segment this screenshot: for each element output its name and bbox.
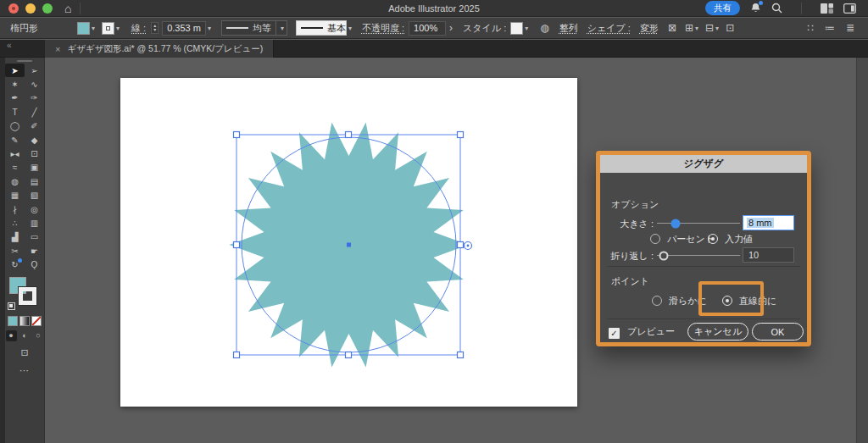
close-window-button[interactable] [8,3,19,14]
stroke-color-swatch[interactable] [102,22,114,35]
zoom-window-button[interactable] [42,3,53,14]
perspective-grid-tool[interactable]: ▤ [25,174,44,188]
artboard-tool[interactable]: ▭ [25,230,44,244]
none-button[interactable] [31,316,42,326]
ok-button[interactable]: OK [752,323,804,341]
default-fill-stroke-icon[interactable] [8,302,15,310]
cancel-button[interactable]: キャンセル [687,323,748,341]
selection-handle[interactable] [458,132,464,138]
align-objects-icon[interactable]: ⊞ [685,23,693,33]
opacity-more-icon[interactable]: › [449,23,453,33]
home-icon[interactable]: ⌂ [64,3,71,14]
hand-tool[interactable]: ☛ [25,244,44,257]
rotate-tool[interactable]: ▸◂ [5,147,25,160]
scale-tool[interactable]: ⊡ [25,147,44,160]
fill-dropdown-chevron-icon[interactable]: ▾ [92,25,95,32]
size-slider[interactable] [657,223,740,224]
absolute-radio-icon[interactable] [708,234,718,244]
gradient-tool[interactable]: ▧ [25,189,44,202]
transform-link[interactable]: 変形 [640,22,659,35]
style-swatch[interactable] [510,22,523,35]
panel-options-icon[interactable]: ≔ [825,23,835,33]
stroke-dropdown-chevron-icon[interactable]: ▾ [116,25,120,32]
notifications-bell-icon[interactable] [750,3,761,14]
pen-tool[interactable]: ✒ [5,91,25,105]
stroke-color-indicator[interactable] [19,287,36,305]
symbol-sprayer-tool[interactable]: ∴ [5,216,25,230]
blend-tool[interactable]: ◎ [25,202,44,216]
style-chevron-icon[interactable]: ▾ [525,25,528,32]
drawing-mode-1[interactable]: ◐ [19,330,31,341]
stroke-weight-value[interactable]: 0.353 m [162,21,206,36]
curvature-tool[interactable]: ✑ [25,91,44,105]
brush-chevron-icon[interactable]: ▾ [348,25,352,32]
eraser-tool[interactable]: ◆ [25,133,44,147]
workspace-switcher-icon[interactable] [821,3,833,14]
close-tab-icon[interactable]: × [55,44,60,54]
type-tool[interactable]: T [5,105,25,119]
shaper-tool[interactable]: ✎ [5,133,25,147]
collapse-panel-icon[interactable]: « [7,41,12,50]
canvas-pasteboard[interactable]: ジグザグ オプション 大きさ : 8 mm パーセント 入力値 [46,58,868,443]
fill-color-swatch[interactable] [77,22,90,35]
selection-handle[interactable] [346,352,352,358]
distribute-objects-icon[interactable]: ⊟ [705,23,714,33]
panel-grip[interactable] [17,60,32,62]
isolate-object-icon[interactable]: ⊡ [726,23,734,33]
selection-handle[interactable] [346,132,352,138]
selection-handle[interactable] [458,352,464,358]
free-transform-icon[interactable]: ⊠ [668,23,676,33]
minimize-window-button[interactable] [25,3,36,14]
opacity-label[interactable]: 不透明度 : [362,22,404,35]
dialog-title[interactable]: ジグザグ [600,155,807,173]
share-button[interactable]: 共有 [705,1,740,15]
selection-handle[interactable] [234,132,240,138]
document-tab[interactable]: × ギザギザ図形.ai* @ 51.77 % (CMYK/プレビュー) [45,40,274,58]
width-profile-dropdown[interactable]: 均等 ▾ [221,20,287,36]
line-segment-tool[interactable]: ╱ [25,105,44,119]
opacity-value[interactable]: 100% [409,21,446,36]
menu-list-icon[interactable]: ≣ [846,23,854,33]
selection-handle[interactable] [458,242,464,248]
lasso-tool[interactable]: ∿ [25,77,44,91]
column-graph-tool[interactable]: ▟ [5,230,25,244]
align-link[interactable]: 整列 [559,22,578,35]
panel-toggle-icon[interactable] [843,3,856,14]
paintbrush-tool[interactable]: ✐ [25,119,44,133]
align-objects-chevron-icon[interactable]: ▾ [695,25,698,32]
document-arrangement-icon[interactable]: ∷ [807,23,814,33]
percent-radio[interactable]: パーセント [650,233,715,246]
scrollbar-track[interactable] [856,58,868,443]
color-button[interactable] [8,316,18,326]
smooth-radio-icon[interactable] [652,296,662,306]
eyedropper-tool[interactable]: ∤ [5,202,25,216]
direct-selection-tool[interactable]: ➢ [25,64,44,77]
size-slider-knob[interactable] [670,219,680,228]
ridges-input[interactable]: 10 [743,247,794,263]
search-icon[interactable] [771,3,782,14]
graph-tool[interactable]: ▥ [25,216,44,230]
shape-link[interactable]: シェイプ : [587,22,631,35]
mesh-tool[interactable]: ▦ [5,189,25,202]
zoom-tool[interactable]: Ǫ [25,257,44,271]
ridges-slider-knob[interactable] [659,251,668,260]
screen-mode-icon[interactable]: ⊡ [5,347,44,358]
size-input[interactable]: 8 mm [743,215,794,230]
shape-builder-tool[interactable]: ◍ [5,174,25,188]
stroke-weight-chevron-icon[interactable]: ▾ [208,25,211,32]
selection-tool[interactable]: ➤ [5,64,25,77]
document-setup-globe-icon[interactable]: ◍ [540,23,548,33]
selection-handle[interactable] [234,352,240,358]
ridges-slider[interactable] [657,255,740,256]
brush-definition-dropdown[interactable]: 基本 [296,20,347,36]
rotate-view-tool[interactable]: ↻ [5,257,25,271]
shape-center-point[interactable] [347,243,351,247]
artboard[interactable] [120,78,577,407]
ellipse-tool[interactable]: ◯ [5,119,25,133]
free-transform-tool[interactable]: ▣ [25,161,44,174]
drawing-mode-0[interactable]: ● [6,330,17,341]
preview-checkbox[interactable]: ✓ プレビュー [609,325,675,339]
absolute-radio[interactable]: 入力値 [708,233,753,246]
gradient-button[interactable] [19,316,30,326]
stroke-weight-stepper[interactable]: ▴▾ [151,22,159,34]
